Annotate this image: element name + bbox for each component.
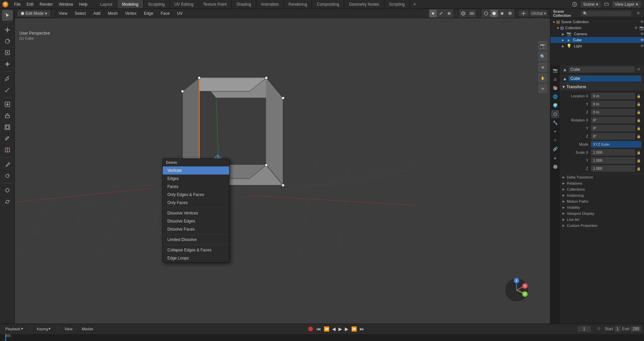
overlays-button[interactable] bbox=[468, 9, 476, 17]
inset-tool-button[interactable] bbox=[2, 122, 13, 133]
collection-render-icon[interactable]: 📷 bbox=[639, 26, 644, 30]
prev-frame-button[interactable]: ◀ bbox=[331, 326, 336, 332]
viewport-canvas[interactable]: User Perspective (1) Cube bbox=[15, 28, 550, 324]
data-name-field[interactable]: Cube bbox=[569, 76, 641, 82]
mode-selector[interactable]: ⬟ Edit Mode ▾ bbox=[17, 10, 50, 16]
timeline-area[interactable]: 1 50 100 150 200 250 bbox=[0, 334, 644, 341]
instancing-section[interactable]: ▶ Instancing bbox=[560, 192, 644, 198]
vertex-select-mode[interactable] bbox=[429, 10, 437, 17]
record-button[interactable] bbox=[308, 327, 313, 331]
rotate-tool-button[interactable] bbox=[2, 36, 13, 47]
rotation-z-value[interactable]: 0° bbox=[591, 133, 635, 140]
scale-x-value[interactable]: 1.000 bbox=[591, 149, 635, 156]
prop-tab-view-layer[interactable]: 📚 bbox=[551, 84, 559, 92]
edge-button[interactable]: Edge bbox=[141, 10, 156, 16]
tab-geometry-nodes[interactable]: Geometry Nodes bbox=[344, 0, 384, 8]
bevel-tool-button[interactable] bbox=[2, 133, 13, 144]
context-menu-item-limited-dissolve[interactable]: Limited Dissolve bbox=[163, 236, 229, 244]
zoom-in-button[interactable]: 🔍 bbox=[538, 52, 547, 61]
uv-button[interactable]: UV bbox=[174, 10, 185, 16]
context-menu-item-faces[interactable]: Faces bbox=[163, 183, 229, 191]
context-menu-item-vertices[interactable]: Vertices bbox=[163, 166, 229, 175]
tab-texture-paint[interactable]: Texture Paint bbox=[199, 0, 232, 8]
prop-tab-scene[interactable]: 🌐 bbox=[551, 93, 559, 101]
extrude-tool-button[interactable] bbox=[2, 110, 13, 121]
next-keyframe-button[interactable]: ⏩ bbox=[351, 326, 358, 332]
spin-tool-button[interactable] bbox=[2, 170, 13, 181]
context-menu-item-only-faces[interactable]: Only Faces bbox=[163, 199, 229, 207]
end-frame-value[interactable]: 250 bbox=[631, 326, 641, 332]
outliner-filter-button[interactable]: ⚙ bbox=[635, 10, 641, 16]
move-tool-button[interactable] bbox=[2, 25, 13, 35]
light-row[interactable]: ▶ 💡 Light 👁 bbox=[550, 43, 644, 49]
tab-rendering[interactable]: Rendering bbox=[284, 0, 312, 8]
visibility-section[interactable]: ▶ Visibility bbox=[560, 204, 644, 210]
marker-menu[interactable]: Marker bbox=[79, 326, 96, 332]
rotation-mode-value[interactable]: XYZ Euler bbox=[591, 141, 641, 148]
menu-help[interactable]: Help bbox=[76, 1, 90, 7]
menu-render[interactable]: Render bbox=[37, 1, 55, 7]
lock-y-icon[interactable]: 🔒 bbox=[636, 101, 641, 107]
rotation-y-value[interactable]: 0° bbox=[591, 125, 635, 132]
relations-section[interactable]: ▶ Relations bbox=[560, 180, 644, 186]
knife-tool-button[interactable] bbox=[2, 159, 13, 170]
shrink-fatten-button[interactable] bbox=[2, 185, 13, 196]
solid-shading[interactable] bbox=[490, 10, 498, 17]
playback-menu[interactable]: Playback ▾ bbox=[3, 326, 26, 332]
line-art-section[interactable]: ▶ Line Art bbox=[560, 216, 644, 223]
face-select-mode[interactable] bbox=[445, 10, 453, 17]
context-menu-item-collapse-edges-faces[interactable]: Collapse Edges & Faces bbox=[163, 246, 229, 254]
custom-props-section[interactable]: ▶ Custom Properties bbox=[560, 223, 644, 229]
lock-sy-icon[interactable]: 🔒 bbox=[636, 158, 641, 163]
add-tool-button[interactable] bbox=[2, 99, 13, 110]
tab-shading[interactable]: Shading bbox=[232, 0, 256, 8]
transform-section-header[interactable]: ▾ Transform bbox=[560, 83, 644, 91]
scale-z-value[interactable]: 1.000 bbox=[591, 165, 635, 172]
object-name-field[interactable] bbox=[569, 66, 635, 72]
outliner-search[interactable] bbox=[581, 11, 631, 16]
lock-rz-icon[interactable]: 🔒 bbox=[636, 134, 641, 139]
jump-end-button[interactable]: ⏭ bbox=[359, 326, 365, 332]
tab-animation[interactable]: Animation bbox=[256, 0, 284, 8]
prop-tab-render[interactable]: 📷 bbox=[551, 66, 559, 75]
measure-tool-button[interactable] bbox=[2, 85, 13, 95]
prop-tab-data[interactable]: ▲ bbox=[551, 154, 559, 162]
mesh-button[interactable]: Mesh bbox=[105, 10, 120, 16]
tab-scripting[interactable]: Scripting bbox=[384, 0, 410, 8]
context-menu-item-dissolve-faces[interactable]: Dissolve Faces bbox=[163, 225, 229, 233]
view-layer-selector[interactable]: View Layer ▾ bbox=[612, 1, 641, 7]
prop-tab-constraints[interactable]: 🔗 bbox=[551, 145, 559, 153]
location-x-value[interactable]: 0 m bbox=[591, 93, 635, 99]
menu-edit[interactable]: Edit bbox=[24, 1, 36, 7]
tab-compositing[interactable]: Compositing bbox=[312, 0, 344, 8]
tab-modeling[interactable]: Modeling bbox=[117, 0, 144, 8]
orbit-button[interactable]: ⟳ bbox=[538, 84, 547, 93]
blender-logo-icon[interactable]: B bbox=[2, 1, 9, 8]
loop-cut-tool-button[interactable] bbox=[2, 145, 13, 155]
cube-row[interactable]: ▶ ▲ Cube 👁 bbox=[550, 37, 644, 43]
next-frame-button[interactable]: ▶ bbox=[344, 326, 349, 332]
face-button[interactable]: Face bbox=[158, 10, 172, 16]
wireframe-shading[interactable] bbox=[482, 10, 490, 17]
global-transform-button[interactable]: Global ▾ bbox=[530, 10, 547, 16]
camera-vis-icon[interactable]: 👁 bbox=[640, 32, 644, 36]
context-menu-item-only-edges-faces[interactable]: Only Edges & Faces bbox=[163, 191, 229, 199]
lock-x-icon[interactable]: 🔒 bbox=[636, 93, 641, 99]
material-shading[interactable] bbox=[498, 10, 506, 17]
view-menu[interactable]: View bbox=[62, 326, 75, 332]
add-button[interactable]: Add bbox=[91, 10, 103, 16]
snap-button[interactable] bbox=[519, 10, 529, 16]
camera-row[interactable]: ▶ 📷 Camera 👁 bbox=[550, 31, 644, 37]
lock-sz-icon[interactable]: 🔒 bbox=[636, 166, 641, 171]
light-vis-icon[interactable]: 👁 bbox=[640, 44, 644, 48]
view-button[interactable]: View bbox=[56, 10, 70, 16]
pan-button[interactable]: ✋ bbox=[538, 73, 547, 83]
collection-row[interactable]: ▾ ▤ Collection 👁 📷 bbox=[550, 25, 644, 31]
context-menu-item-edges[interactable]: Edges bbox=[163, 175, 229, 183]
collections-section[interactable]: ▶ Collections bbox=[560, 186, 644, 192]
tab-sculpting[interactable]: Sculpting bbox=[144, 0, 170, 8]
shear-button[interactable] bbox=[2, 196, 13, 207]
lock-sx-icon[interactable]: 🔒 bbox=[636, 150, 641, 155]
prop-tab-output[interactable]: 🖨 bbox=[551, 75, 559, 83]
select-tool-button[interactable] bbox=[2, 10, 13, 21]
